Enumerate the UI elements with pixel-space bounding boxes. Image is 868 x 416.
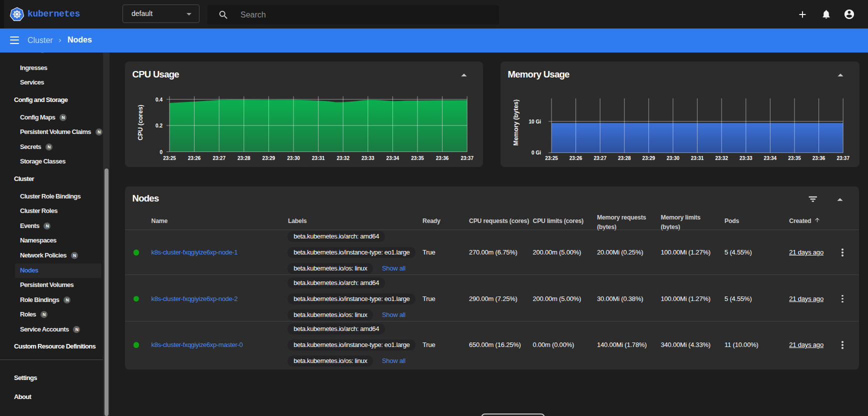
svg-text:23:34: 23:34 (764, 156, 777, 161)
svg-text:10 Gi: 10 Gi (529, 119, 542, 124)
svg-text:23:28: 23:28 (618, 156, 631, 161)
svg-text:23:35: 23:35 (411, 156, 424, 161)
svg-text:23:30: 23:30 (666, 156, 680, 161)
svg-text:23:37: 23:37 (460, 156, 474, 161)
svg-text:23:29: 23:29 (262, 156, 276, 161)
svg-text:23:37: 23:37 (836, 156, 850, 161)
svg-text:0.2: 0.2 (156, 123, 162, 128)
svg-text:23:26: 23:26 (188, 156, 201, 161)
svg-text:23:26: 23:26 (570, 156, 582, 161)
svg-text:23:31: 23:31 (691, 156, 704, 161)
svg-text:23:33: 23:33 (740, 156, 752, 161)
svg-text:23:31: 23:31 (312, 156, 325, 161)
svg-text:23:25: 23:25 (163, 156, 176, 161)
svg-text:CPU (cores): CPU (cores) (137, 104, 144, 140)
svg-text:23:28: 23:28 (238, 156, 250, 161)
svg-text:23:33: 23:33 (362, 156, 374, 161)
svg-text:23:25: 23:25 (545, 156, 558, 161)
svg-text:23:36: 23:36 (812, 156, 826, 161)
svg-text:23:30: 23:30 (287, 156, 300, 161)
svg-text:Memory (bytes): Memory (bytes) (512, 100, 520, 146)
svg-text:23:36: 23:36 (436, 156, 449, 161)
svg-text:0: 0 (160, 150, 162, 155)
svg-text:23:27: 23:27 (212, 156, 226, 161)
svg-text:0.4: 0.4 (156, 97, 162, 102)
svg-text:23:35: 23:35 (788, 156, 801, 161)
svg-text:23:34: 23:34 (386, 156, 400, 161)
svg-text:23:32: 23:32 (715, 156, 728, 161)
svg-text:23:27: 23:27 (594, 156, 606, 161)
svg-text:23:29: 23:29 (642, 156, 656, 161)
svg-text:23:32: 23:32 (336, 156, 350, 161)
svg-text:0 Gi: 0 Gi (532, 150, 541, 156)
